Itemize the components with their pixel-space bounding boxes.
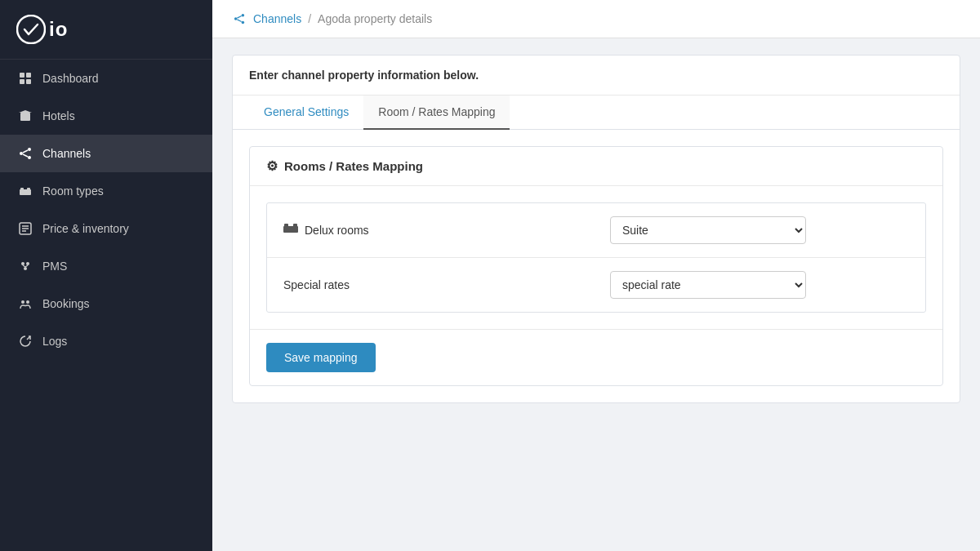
tab-content: ⚙ Rooms / Rates Mapping Delux rooms <box>233 130 960 402</box>
svg-rect-2 <box>26 73 31 78</box>
sidebar-item-bookings[interactable]: Bookings <box>0 285 212 322</box>
special-rates-label: Special rates <box>283 278 350 291</box>
sidebar-item-hotels[interactable]: Hotels <box>0 97 212 135</box>
table-row: Special rates special rate standard rate… <box>267 258 925 312</box>
breadcrumb-separator: / <box>308 12 311 25</box>
sidebar-item-channels[interactable]: Channels <box>0 135 212 172</box>
logo: io <box>16 15 68 44</box>
svg-point-29 <box>242 21 245 24</box>
save-mapping-button[interactable]: Save mapping <box>266 343 376 372</box>
tab-general-settings[interactable]: General Settings <box>249 96 363 130</box>
sidebar-item-dashboard-label: Dashboard <box>42 72 99 85</box>
svg-point-27 <box>234 17 238 20</box>
table-row: Delux rooms Suite Standard Deluxe Premiu… <box>267 203 925 258</box>
bed-icon <box>18 184 33 198</box>
sidebar-item-bookings-label: Bookings <box>42 297 90 310</box>
dashboard-icon <box>18 71 33 86</box>
tab-room-rates-mapping[interactable]: Room / Rates Mapping <box>363 96 510 130</box>
breadcrumb-current-page: Agoda property details <box>318 12 432 25</box>
sidebar-item-room-types-label: Room types <box>42 184 104 198</box>
svg-point-8 <box>28 148 31 151</box>
bookings-icon <box>18 296 33 311</box>
svg-point-20 <box>21 262 24 265</box>
main-card: Enter channel property information below… <box>232 55 960 403</box>
special-rates-select[interactable]: special rate standard rate discount rate <box>610 271 806 299</box>
pms-icon <box>18 259 33 273</box>
section-header: ⚙ Rooms / Rates Mapping <box>250 147 942 186</box>
page-content: Enter channel property information below… <box>212 38 980 551</box>
row-special-rates-label: Special rates <box>283 278 594 291</box>
sidebar-item-pms-label: PMS <box>42 260 67 273</box>
sidebar-item-price-inventory[interactable]: Price & inventory <box>0 210 212 247</box>
svg-point-26 <box>26 300 29 304</box>
bed-row-icon <box>283 223 298 238</box>
sidebar-item-room-types[interactable]: Room types <box>0 172 212 210</box>
svg-line-11 <box>23 154 28 157</box>
channels-breadcrumb-icon <box>232 11 247 26</box>
sidebar-item-logs-label: Logs <box>42 335 67 348</box>
sidebar-nav: Dashboard Hotels Channels Room types <box>0 60 212 360</box>
gear-icon: ⚙ <box>266 158 278 174</box>
tab-bar: General Settings Room / Rates Mapping <box>233 96 960 130</box>
svg-rect-6 <box>24 116 27 121</box>
delux-rooms-select[interactable]: Suite Standard Deluxe Premium <box>610 216 806 244</box>
svg-rect-4 <box>26 79 31 84</box>
breadcrumb-channels[interactable]: Channels <box>253 12 301 25</box>
svg-rect-14 <box>20 188 24 190</box>
svg-rect-3 <box>20 79 24 84</box>
sidebar-item-logs[interactable]: Logs <box>0 322 212 360</box>
svg-line-30 <box>237 16 241 19</box>
svg-point-22 <box>24 267 27 270</box>
svg-line-31 <box>237 20 241 22</box>
delux-rooms-label: Delux rooms <box>305 224 369 237</box>
svg-point-7 <box>20 152 23 155</box>
hotel-icon <box>18 109 33 123</box>
svg-rect-34 <box>284 224 288 227</box>
logo-icon <box>16 15 46 44</box>
svg-rect-15 <box>27 188 30 190</box>
intro-text: Enter channel property information below… <box>233 56 960 96</box>
mapping-card: ⚙ Rooms / Rates Mapping Delux rooms <box>249 146 943 386</box>
svg-line-10 <box>23 150 28 153</box>
svg-point-9 <box>28 156 31 159</box>
svg-rect-35 <box>293 224 297 227</box>
section-title: Rooms / Rates Mapping <box>284 159 423 173</box>
sidebar-item-channels-label: Channels <box>42 147 91 160</box>
svg-line-23 <box>23 265 25 267</box>
svg-point-0 <box>17 16 45 43</box>
svg-rect-1 <box>20 73 24 78</box>
sidebar-item-pms[interactable]: PMS <box>0 247 212 285</box>
svg-point-28 <box>242 14 245 17</box>
sidebar-item-price-label: Price & inventory <box>42 222 129 235</box>
sidebar: io Dashboard Hotels Channels <box>0 0 212 551</box>
row-delux-label: Delux rooms <box>283 223 594 238</box>
price-icon <box>18 221 33 236</box>
logo-text: io <box>49 18 68 41</box>
breadcrumb: Channels / Agoda property details <box>212 0 980 38</box>
svg-line-24 <box>25 265 28 267</box>
sidebar-item-hotels-label: Hotels <box>42 109 75 122</box>
card-footer: Save mapping <box>250 329 942 385</box>
logo-area: io <box>0 0 212 60</box>
mapping-table: Delux rooms Suite Standard Deluxe Premiu… <box>266 202 926 313</box>
sidebar-item-dashboard[interactable]: Dashboard <box>0 60 212 97</box>
main-content: Channels / Agoda property details Enter … <box>212 0 980 551</box>
svg-point-25 <box>21 300 24 304</box>
logs-icon <box>18 334 33 349</box>
svg-point-21 <box>26 262 29 265</box>
channels-icon <box>18 146 33 161</box>
